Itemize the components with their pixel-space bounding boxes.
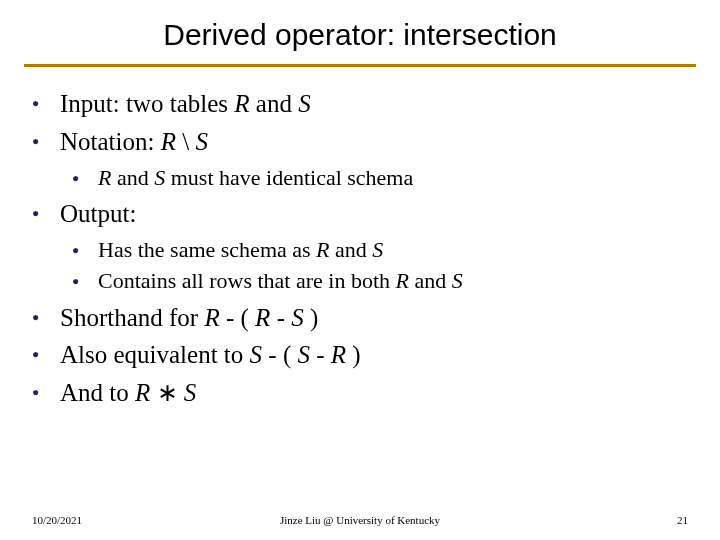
- title-rule: [24, 64, 696, 67]
- var: R: [255, 304, 270, 331]
- sub-list: ● R and S must have identical schema: [72, 163, 413, 194]
- text: Contains all rows that are in both: [98, 268, 396, 293]
- text: Also equivalent to: [60, 341, 250, 368]
- list-item: ● Input: two tables R and S: [32, 87, 696, 121]
- text: And to: [60, 379, 135, 406]
- var: S: [297, 341, 310, 368]
- text: Input: two tables: [60, 90, 234, 117]
- slide-footer: 10/20/2021 Jinze Liu @ University of Ken…: [0, 514, 720, 526]
- text: - (: [262, 341, 297, 368]
- list-item: ● Also equivalent to S - ( S - R ): [32, 338, 696, 372]
- text: and: [250, 90, 299, 117]
- var: S: [298, 90, 311, 117]
- bullet-text: Output:: [60, 197, 136, 231]
- var: R: [161, 128, 176, 155]
- list-item: ● Notation: R \ S: [32, 125, 696, 159]
- operator: ∗: [150, 379, 184, 406]
- var: S: [452, 268, 463, 293]
- bullet-text: Input: two tables R and S: [60, 87, 311, 121]
- var: R: [98, 165, 111, 190]
- var: S: [195, 128, 208, 155]
- bullet-icon: ●: [32, 87, 60, 121]
- list-item: ● And to R ∗ S: [32, 376, 696, 410]
- bullet-text: Shorthand for R - ( R - S ): [60, 301, 318, 335]
- bullet-icon: ●: [72, 266, 98, 297]
- var: R: [396, 268, 409, 293]
- list-item: ● Output:: [32, 197, 696, 231]
- var: R: [204, 304, 219, 331]
- var: R: [234, 90, 249, 117]
- slide: Derived operator: intersection ● Input: …: [0, 0, 720, 540]
- slide-content: ● Input: two tables R and S ● Notation: …: [24, 87, 696, 410]
- bullet-icon: ●: [32, 125, 60, 159]
- bullet-text: Notation: R \ S: [60, 125, 208, 159]
- sub-list: ● Has the same schema as R and S ● Conta…: [72, 235, 463, 297]
- var: S: [372, 237, 383, 262]
- var: S: [291, 304, 304, 331]
- var: S: [184, 379, 197, 406]
- text: -: [310, 341, 331, 368]
- bullet-text: Contains all rows that are in both R and…: [98, 266, 463, 297]
- list-item: ● Shorthand for R - ( R - S ): [32, 301, 696, 335]
- bullet-icon: ●: [72, 235, 98, 266]
- text: -: [270, 304, 291, 331]
- bullet-text: Has the same schema as R and S: [98, 235, 383, 266]
- list-item: ● Contains all rows that are in both R a…: [72, 266, 463, 297]
- text: ): [352, 341, 360, 368]
- operator: \: [176, 128, 195, 155]
- bullet-text: And to R ∗ S: [60, 376, 196, 410]
- text: Has the same schema as: [98, 237, 316, 262]
- var: R: [331, 341, 353, 368]
- var: R: [135, 379, 150, 406]
- text: - (: [220, 304, 255, 331]
- var: S: [154, 165, 165, 190]
- footer-author: Jinze Liu @ University of Kentucky: [0, 514, 720, 526]
- bullet-icon: ●: [32, 301, 60, 335]
- list-item: ● Has the same schema as R and S: [72, 235, 463, 266]
- text: and: [409, 268, 452, 293]
- sub-list-container: ● R and S must have identical schema: [32, 163, 696, 194]
- bullet-text: R and S must have identical schema: [98, 163, 413, 194]
- slide-title: Derived operator: intersection: [24, 18, 696, 52]
- text: and: [330, 237, 373, 262]
- bullet-icon: ●: [72, 163, 98, 194]
- text: and: [111, 165, 154, 190]
- var: R: [316, 237, 329, 262]
- bullet-icon: ●: [32, 376, 60, 410]
- var: S: [250, 341, 263, 368]
- text: must have identical schema: [165, 165, 413, 190]
- bullet-list: ● Input: two tables R and S ● Notation: …: [32, 87, 696, 410]
- text: ): [304, 304, 319, 331]
- text: Notation:: [60, 128, 161, 155]
- text: Shorthand for: [60, 304, 204, 331]
- bullet-icon: ●: [32, 338, 60, 372]
- bullet-icon: ●: [32, 197, 60, 231]
- bullet-text: Also equivalent to S - ( S - R ): [60, 338, 361, 372]
- list-item: ● R and S must have identical schema: [72, 163, 413, 194]
- sub-list-container: ● Has the same schema as R and S ● Conta…: [32, 235, 696, 297]
